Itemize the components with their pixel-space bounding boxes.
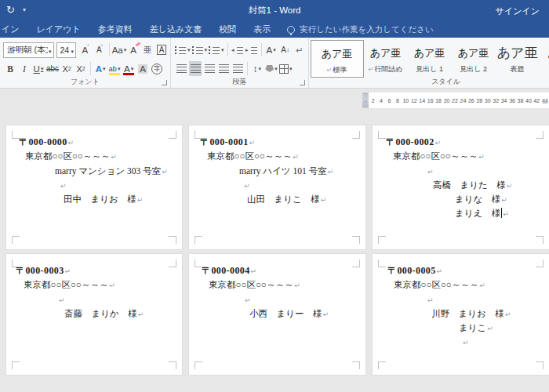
paragraph-mark: ↵ bbox=[59, 296, 65, 304]
align-center-button[interactable] bbox=[189, 61, 202, 76]
paragraph-mark: ↵ bbox=[68, 139, 75, 147]
grow-font-button[interactable]: Aˆ bbox=[79, 42, 92, 57]
superscript-button[interactable]: X2 bbox=[75, 61, 87, 76]
multilevel-list-button[interactable] bbox=[209, 42, 224, 57]
label-line: 〒000-0001↵ bbox=[189, 135, 365, 149]
paragraph-mark: ↵ bbox=[251, 267, 257, 275]
align-right-button[interactable] bbox=[203, 61, 216, 76]
style-item[interactable]: あア副題 bbox=[540, 40, 549, 76]
label-page[interactable]: 〒000-0000↵東京都○○区○○～～～↵marry マンション 303 号室… bbox=[6, 125, 182, 249]
font-size-select[interactable]: 24 bbox=[56, 42, 76, 58]
paragraph-mark: ↵ bbox=[503, 210, 509, 218]
increase-indent-button[interactable]: ▸ bbox=[245, 42, 258, 57]
hanging-indent-marker[interactable] bbox=[362, 100, 369, 103]
label-text: 〒000-0003 bbox=[16, 265, 64, 276]
divider bbox=[247, 62, 248, 75]
label-page[interactable]: 〒000-0004↵東京都○○区○○～～～↵↵小西 まりー 様↵ bbox=[189, 254, 365, 375]
show-formatting-marks-button[interactable]: ↵ bbox=[293, 42, 306, 57]
first-line-indent-marker[interactable] bbox=[362, 93, 369, 96]
enclose-characters-button[interactable]: 字 bbox=[151, 61, 163, 76]
crop-mark-top-right bbox=[169, 131, 176, 139]
ruby-glyph: 亜 bbox=[144, 45, 151, 56]
label-text: 東京都○○区○○～～～ bbox=[207, 151, 292, 161]
character-shading-button[interactable]: A bbox=[136, 61, 149, 76]
font-color-button[interactable]: A bbox=[122, 61, 135, 76]
ribbon-tab[interactable]: 参考資料 bbox=[89, 21, 141, 38]
ribbon-tab[interactable]: 表示 bbox=[245, 21, 279, 38]
crop-mark-bottom-left bbox=[195, 236, 202, 244]
bold-button[interactable]: B bbox=[4, 61, 16, 76]
label-page[interactable]: 〒000-0002↵東京都○○区○○～～～↵↵高橋 まりた 様↵まりな 様↵まり… bbox=[373, 125, 549, 249]
paragraph-mark: ↵ bbox=[294, 281, 300, 289]
paragraph-mark: ↵ bbox=[162, 168, 168, 176]
asian-layout-button[interactable]: A bbox=[265, 42, 278, 57]
ribbon-tab[interactable]: イン bbox=[0, 21, 28, 38]
crop-mark-top-right bbox=[352, 260, 360, 267]
style-sample: あア亜 bbox=[458, 45, 489, 61]
divider bbox=[227, 43, 228, 56]
align-left-button[interactable] bbox=[175, 61, 187, 76]
horizontal-ruler[interactable]: 2468101214161820222426283032343638404244 bbox=[362, 93, 549, 108]
superscript-2: 2 bbox=[82, 66, 85, 71]
ribbon-tab[interactable]: 校閲 bbox=[210, 21, 245, 38]
left-indent-marker[interactable] bbox=[362, 104, 369, 107]
label-page[interactable]: 〒000-0003↵東京都○○区○○～～～↵↵斎藤 まりか 様↵ bbox=[6, 254, 182, 375]
label-text: まりえ 様 bbox=[455, 209, 500, 218]
style-item[interactable]: あア亜↵行間詰め bbox=[364, 40, 408, 76]
label-line: 東京都○○区○○～～～↵ bbox=[189, 149, 365, 163]
return-mark-icon: ↵ bbox=[327, 67, 333, 74]
decrease-indent-button[interactable]: ◂ bbox=[231, 42, 244, 57]
ruler-number: 6 bbox=[385, 98, 393, 103]
label-line: 〒000-0003↵ bbox=[6, 263, 182, 278]
line-spacing-button[interactable]: ↕ bbox=[251, 61, 264, 76]
ruler-number: 14 bbox=[418, 98, 426, 103]
shading-button[interactable] bbox=[265, 61, 278, 76]
italic-button[interactable]: I bbox=[18, 61, 31, 76]
crop-mark-top-left bbox=[195, 131, 202, 139]
distribute-button[interactable] bbox=[231, 61, 244, 76]
right-indent-marker[interactable] bbox=[542, 100, 548, 103]
underline-button[interactable]: U bbox=[32, 61, 45, 76]
shrink-font-button[interactable]: Aˇ bbox=[93, 42, 106, 57]
label-page[interactable]: 〒000-0005↵東京都○○区○○～～～↵↵川野 まりお 様↵まりこ↵↵ bbox=[373, 254, 549, 375]
style-item[interactable]: あア亜↵標準 bbox=[311, 40, 364, 78]
strikethrough-button[interactable]: abc bbox=[46, 61, 59, 76]
bullets-button[interactable] bbox=[175, 42, 191, 57]
sign-in-button[interactable]: サインイン bbox=[496, 5, 540, 17]
sort-button[interactable]: A↓ bbox=[279, 42, 292, 57]
ribbon-tab[interactable]: 差し込み文書 bbox=[141, 21, 211, 38]
label-line: 東京都○○区○○～～～↵ bbox=[373, 149, 549, 163]
label-line: 東京都○○区○○～～～↵ bbox=[189, 278, 365, 292]
text-effects-button[interactable]: A bbox=[94, 61, 107, 76]
crop-mark-bottom-right bbox=[536, 236, 544, 244]
label-line: 高橋 まりた 様↵ bbox=[373, 178, 549, 192]
subscript-button[interactable]: X2 bbox=[60, 61, 73, 76]
underline-glyph: U bbox=[34, 64, 40, 74]
change-case-button[interactable]: Aa bbox=[113, 42, 125, 57]
ruby-button[interactable]: 亜 bbox=[141, 42, 154, 57]
clear-formatting-button[interactable]: A bbox=[127, 42, 140, 57]
label-page[interactable]: 〒000-0001↵東京都○○区○○～～～↵marry ハイツ 101 号室↵↵… bbox=[189, 125, 365, 249]
paragraph-dialog-launcher[interactable] bbox=[300, 80, 305, 85]
document-canvas[interactable]: 2468101214161820222426283032343638404244… bbox=[0, 89, 549, 392]
numbering-button[interactable] bbox=[192, 42, 208, 57]
style-item[interactable]: あア亜見出し 1 bbox=[408, 40, 452, 76]
tell-me-box[interactable]: 実行したい作業を入力してください bbox=[287, 24, 433, 35]
label-line: marry マンション 303 号室↵ bbox=[6, 164, 182, 178]
style-gallery: あア亜↵標準あア亜↵行間詰めあア亜見出し 1あア亜見出し 2あア亜表題あア副題 bbox=[309, 38, 549, 78]
highlight-color-button[interactable]: ab bbox=[108, 61, 121, 76]
style-item[interactable]: あア亜見出し 2 bbox=[452, 40, 496, 76]
character-border-button[interactable]: A bbox=[155, 42, 168, 57]
paragraph-mark: ↵ bbox=[60, 182, 67, 190]
ruler-number: 2 bbox=[369, 98, 376, 103]
style-sample: あア亜 bbox=[370, 45, 402, 61]
character-border-glyph: A bbox=[157, 45, 167, 55]
font-dialog-launcher[interactable] bbox=[162, 80, 167, 85]
style-item[interactable]: あア亜表題 bbox=[496, 40, 540, 76]
styles-group-label: スタイル bbox=[309, 77, 549, 87]
ruler-number: 30 bbox=[484, 98, 492, 103]
ribbon-tab[interactable]: レイアウト bbox=[28, 21, 89, 38]
borders-button[interactable] bbox=[279, 61, 293, 76]
justify-button[interactable] bbox=[217, 61, 230, 76]
font-name-select[interactable]: 游明朝 (本文( bbox=[3, 42, 54, 58]
